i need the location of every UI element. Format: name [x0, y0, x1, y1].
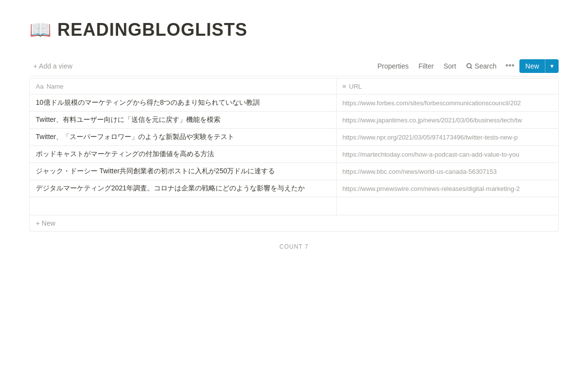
column-header-name: Aa Name	[30, 79, 336, 94]
properties-label: Properties	[377, 62, 409, 70]
toolbar: + Add a view Properties Filter Sort Sear…	[29, 56, 559, 76]
search-label: Search	[475, 62, 496, 70]
table-row[interactable]: デジタルマーケティング2021年調査。コロナは企業の戦略にどのような影響を与えた…	[30, 180, 558, 197]
row-name-cell: ポッドキャストがマーケティングの付加価値を高める方法	[30, 146, 336, 163]
add-view-button[interactable]: + Add a view	[29, 60, 76, 72]
row-url-cell: https://www.japantimes.co.jp/news/2021/0…	[336, 112, 558, 129]
search-button[interactable]: Search	[462, 60, 500, 72]
data-table: Aa Name ≡ URL 10億ドル規模のマーケティングから得た8つのあまり知…	[29, 78, 559, 232]
row-name-cell: Twitter、「スーパーフォロワー」のような新製品や実験をテスト	[30, 129, 336, 146]
row-url-cell: https://www.npr.org/2021/03/05/974173496…	[336, 129, 558, 146]
row-url-cell: https://www.forbes.com/sites/forbescommu…	[336, 94, 558, 112]
row-url-cell: https://www.bbc.com/news/world-us-canada…	[336, 163, 558, 180]
row-name-cell: Twitter、有料ユーザー向けに「送信を元に戻す」機能を模索	[30, 112, 336, 129]
table-row[interactable]: ポッドキャストがマーケティングの付加価値を高める方法https://martec…	[30, 146, 558, 163]
url-text: https://www.npr.org/2021/03/05/974173496…	[343, 134, 552, 141]
page-title: READINGBLOGLISTS	[57, 20, 247, 40]
table-row[interactable]: ジャック・ドーシー Twitter共同創業者の初ポストに入札が250万ドルに達す…	[30, 163, 558, 180]
url-text: https://www.forbes.com/sites/forbescommu…	[343, 99, 552, 107]
count-label: COUNT	[279, 243, 302, 250]
col-name-label: Name	[47, 83, 64, 90]
more-options-button[interactable]: •••	[502, 59, 517, 73]
url-text: https://martechtoday.com/how-a-podcast-c…	[343, 151, 552, 158]
row-name-cell: 10億ドル規模のマーケティングから得た8つのあまり知られていない教訓	[30, 94, 336, 112]
url-col-icon: ≡	[343, 83, 346, 90]
new-button[interactable]: New ▼	[519, 59, 559, 73]
table-row[interactable]: Twitter、有料ユーザー向けに「送信を元に戻す」機能を模索https://w…	[30, 112, 558, 129]
filter-label: Filter	[418, 62, 434, 70]
sort-label: Sort	[443, 62, 456, 70]
properties-button[interactable]: Properties	[373, 60, 413, 72]
count-area: COUNT 7	[29, 243, 559, 250]
column-header-url: ≡ URL	[336, 79, 558, 94]
new-row-button[interactable]: + New	[30, 215, 558, 231]
url-text: https://www.japantimes.co.jp/news/2021/0…	[343, 117, 552, 124]
col-url-label: URL	[349, 83, 362, 90]
new-button-label[interactable]: New	[519, 60, 545, 72]
table-row[interactable]: 10億ドル規模のマーケティングから得た8つのあまり知られていない教訓https:…	[30, 94, 558, 112]
table-row[interactable]: Twitter、「スーパーフォロワー」のような新製品や実験をテストhttps:/…	[30, 129, 558, 146]
svg-line-1	[470, 67, 472, 69]
row-name-cell: デジタルマーケティング2021年調査。コロナは企業の戦略にどのような影響を与えた…	[30, 180, 336, 197]
filter-button[interactable]: Filter	[415, 60, 438, 72]
row-url-cell: https://www.prnewswire.com/news-releases…	[336, 180, 558, 197]
url-text: https://www.bbc.com/news/world-us-canada…	[343, 168, 552, 175]
sort-button[interactable]: Sort	[440, 60, 460, 72]
page-emoji: 📖	[29, 20, 51, 40]
row-url-cell: https://martechtoday.com/how-a-podcast-c…	[336, 146, 558, 163]
svg-point-0	[467, 63, 471, 68]
url-text: https://www.prnewswire.com/news-releases…	[343, 185, 552, 192]
count-value: 7	[305, 243, 309, 250]
new-row-label: + New	[36, 219, 55, 227]
empty-row	[30, 197, 558, 215]
name-col-icon: Aa	[36, 83, 44, 90]
search-icon	[466, 63, 473, 70]
new-btn-chevron-icon[interactable]: ▼	[545, 61, 559, 71]
row-name-cell: ジャック・ドーシー Twitter共同創業者の初ポストに入札が250万ドルに達す…	[30, 163, 336, 180]
